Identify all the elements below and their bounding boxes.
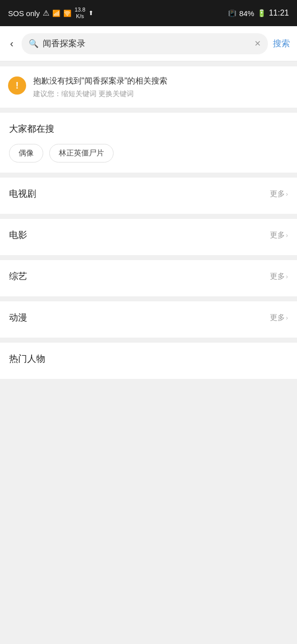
speed-display: 13.8 K/s bbox=[74, 7, 85, 20]
tv-drama-card: 电视剧 更多 › bbox=[0, 178, 297, 214]
variety-more[interactable]: 更多 › bbox=[270, 272, 288, 281]
sos-label: SOS only bbox=[8, 9, 40, 18]
celebrities-title: 热门人物 bbox=[9, 353, 45, 365]
animation-more[interactable]: 更多 › bbox=[270, 313, 288, 323]
celebrities-card: 热门人物 bbox=[0, 343, 297, 379]
tag-zombie[interactable]: 林正英僵尸片 bbox=[49, 144, 114, 163]
animation-header: 动漫 更多 › bbox=[9, 311, 288, 324]
trending-title: 大家都在搜 bbox=[9, 123, 54, 135]
celebrities-header: 热门人物 bbox=[9, 353, 288, 365]
movie-header: 电影 更多 › bbox=[9, 229, 288, 241]
tv-drama-title: 电视剧 bbox=[9, 188, 36, 200]
animation-chevron-icon: › bbox=[286, 314, 288, 321]
tags-row: 偶像 林正英僵尸片 bbox=[9, 144, 288, 163]
tv-drama-chevron-icon: › bbox=[286, 190, 288, 198]
search-input-wrapper: 🔍 ✕ bbox=[22, 33, 268, 54]
warning-text: 抱歉没有找到"闻香探案录"的相关搜索 建议您：缩短关键词 更换关键词 bbox=[33, 75, 167, 99]
status-left: SOS only ⚠ 📶 🛜 13.8 K/s ⬆ bbox=[8, 7, 93, 20]
wifi-icon: 🛜 bbox=[63, 10, 71, 17]
animation-title: 动漫 bbox=[9, 311, 27, 324]
movie-title: 电影 bbox=[9, 229, 27, 241]
battery-pct: 84% bbox=[239, 9, 254, 18]
variety-chevron-icon: › bbox=[286, 273, 288, 280]
status-right: 📳 84% 🔋 11:21 bbox=[228, 9, 289, 18]
search-icon: 🔍 bbox=[29, 39, 39, 48]
variety-card: 综艺 更多 › bbox=[0, 260, 297, 296]
search-input[interactable] bbox=[43, 39, 250, 49]
battery-icon: 🔋 bbox=[257, 9, 266, 17]
vibrate-icon: 📳 bbox=[228, 10, 236, 17]
warning-subtitle: 建议您：缩短关键词 更换关键词 bbox=[33, 90, 167, 99]
search-button[interactable]: 搜索 bbox=[273, 38, 290, 49]
tv-drama-header: 电视剧 更多 › bbox=[9, 188, 288, 200]
signal-icon: 📶 bbox=[52, 10, 60, 17]
variety-header: 综艺 更多 › bbox=[9, 270, 288, 282]
search-bar: ‹ 🔍 ✕ 搜索 bbox=[0, 26, 297, 61]
movie-card: 电影 更多 › bbox=[0, 219, 297, 255]
content-area: 大家都在搜 偶像 林正英僵尸片 电视剧 更多 › 电影 更多 › bbox=[0, 113, 297, 389]
upload-icon: ⬆ bbox=[88, 10, 93, 17]
movie-more[interactable]: 更多 › bbox=[270, 230, 288, 240]
trending-card: 大家都在搜 偶像 林正英僵尸片 bbox=[0, 113, 297, 173]
back-button[interactable]: ‹ bbox=[7, 35, 17, 52]
tag-idol[interactable]: 偶像 bbox=[9, 144, 43, 163]
variety-title: 综艺 bbox=[9, 270, 27, 282]
animation-card: 动漫 更多 › bbox=[0, 301, 297, 338]
warning-icon: ! bbox=[8, 76, 26, 95]
status-bar: SOS only ⚠ 📶 🛜 13.8 K/s ⬆ 📳 84% 🔋 11:21 bbox=[0, 0, 297, 26]
time-display: 11:21 bbox=[269, 9, 289, 18]
warning-section: ! 抱歉没有找到"闻香探案录"的相关搜索 建议您：缩短关键词 更换关键词 bbox=[0, 66, 297, 108]
tv-drama-more[interactable]: 更多 › bbox=[270, 189, 288, 199]
warning-title: 抱歉没有找到"闻香探案录"的相关搜索 bbox=[33, 75, 167, 87]
clear-button[interactable]: ✕ bbox=[254, 39, 261, 48]
movie-chevron-icon: › bbox=[286, 231, 288, 239]
exclamation-icon: ⚠ bbox=[43, 9, 49, 18]
trending-header: 大家都在搜 bbox=[9, 123, 288, 135]
